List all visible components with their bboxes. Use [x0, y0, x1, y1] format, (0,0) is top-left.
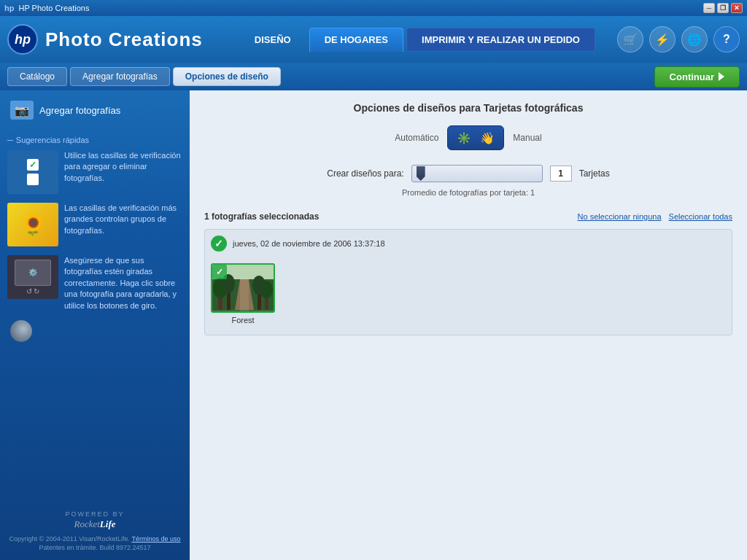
- catalogo-button[interactable]: Catálogo: [7, 67, 67, 86]
- titlebar: hp HP Photo Creations ─ ❐ ✕: [0, 0, 747, 16]
- sidebar-footer: POWERED BY RocketLife Copyright © 2004-2…: [7, 510, 182, 553]
- forest-image: ✓: [212, 265, 275, 313]
- svg-rect-12: [240, 278, 249, 313]
- auto-label: Automático: [395, 133, 438, 143]
- hp-logo: hp: [7, 24, 38, 55]
- add-photos-label: Agregar fotografías: [39, 105, 120, 116]
- tip-text-3: Asegúrese de que sus fotografías estén g…: [64, 255, 182, 311]
- group-date: jueves, 02 de noviembre de 2006 13:37:18: [233, 239, 385, 248]
- tip-item-1: Utilice las casillas de verificación par…: [7, 150, 182, 194]
- auto-icon: ✳️: [454, 129, 474, 147]
- avg-photos-text: Promedio de fotografías por tarjeta: 1: [204, 188, 732, 197]
- checkbox-checked-icon: [27, 159, 39, 171]
- photo-item[interactable]: ✓ Forest: [211, 263, 275, 324]
- moon-icon: [10, 320, 32, 342]
- tab-imprimir[interactable]: IMPRIMIR Y REALIZAR UN PEDIDO: [406, 28, 595, 52]
- continuar-button[interactable]: Continuar: [654, 66, 740, 88]
- tip-thumb-2: 🌻: [7, 203, 58, 246]
- quick-tips-label: ─ Sugerencias rápidas: [7, 136, 182, 144]
- globe-icon-btn[interactable]: 🌐: [681, 26, 708, 52]
- select-all-button[interactable]: Seleccionar todas: [669, 212, 732, 221]
- group-header: ✓ jueves, 02 de noviembre de 2006 13:37:…: [211, 236, 726, 252]
- design-for-label: Crear diseños para:: [327, 168, 403, 179]
- tab-dehogares[interactable]: DE HOGARES: [309, 28, 403, 52]
- checkbox-unchecked-icon: [27, 174, 39, 185]
- logo-area: hp Photo Creations: [7, 24, 203, 55]
- sidebar: 📷 Agregar fotografías ─ Sugerencias rápi…: [0, 90, 190, 560]
- tip-text-2: Las casillas de verificación más grandes…: [64, 203, 182, 246]
- add-photos-button[interactable]: 📷 Agregar fotografías: [7, 98, 182, 122]
- terms-link[interactable]: Términos de uso: [131, 535, 180, 542]
- page-title: Opciones de diseños para Tarjetas fotogr…: [204, 102, 732, 114]
- titlebar-icon: hp: [4, 4, 14, 12]
- help-icon-btn[interactable]: ?: [713, 26, 740, 52]
- tab-diseno[interactable]: DISEÑO: [239, 28, 306, 52]
- quick-tips-section: ─ Sugerencias rápidas Utilice las casill…: [7, 136, 182, 348]
- auto-manual-toggle[interactable]: ✳️ 👋: [447, 125, 504, 150]
- flag-icon: [417, 166, 425, 181]
- design-for-row: Crear diseños para: 1 Tarjetas: [204, 165, 732, 182]
- agregar-fotos-button[interactable]: Agregar fotografías: [70, 67, 170, 86]
- close-button[interactable]: ✕: [731, 3, 743, 13]
- cart-icon-btn[interactable]: 🛒: [617, 26, 643, 52]
- auto-manual-row: Automático ✳️ 👋 Manual: [204, 125, 732, 150]
- copyright-text: Copyright © 2004-2011 Visan/RocketLife. …: [7, 534, 182, 553]
- restore-button[interactable]: ❐: [717, 3, 729, 13]
- group-check-icon[interactable]: ✓: [211, 236, 227, 252]
- nav-tabs: DISEÑO DE HOGARES IMPRIMIR Y REALIZAR UN…: [217, 28, 617, 52]
- manual-label: Manual: [513, 133, 541, 143]
- photos-grid: ✓ Forest: [211, 259, 726, 329]
- photo-thumb: ✓: [211, 263, 275, 313]
- titlebar-title: HP Photo Creations: [18, 4, 89, 12]
- tip-thumb-3: ⚙️ ↺ ↻: [7, 255, 58, 299]
- selection-row: 1 fotografías seleccionadas No seleccion…: [204, 211, 732, 222]
- tip-item-2: 🌻 Las casillas de verificación más grand…: [7, 203, 182, 246]
- lightning-icon-btn[interactable]: ⚡: [649, 26, 676, 52]
- app-title: Photo Creations: [45, 28, 203, 51]
- tip-thumb-1: [7, 150, 58, 194]
- opciones-diseno-button[interactable]: Opciones de diseño: [173, 67, 281, 86]
- minimize-button[interactable]: ─: [703, 3, 715, 13]
- tip-text-1: Utilice las casillas de verificación par…: [64, 150, 182, 194]
- tip-item-3: ⚙️ ↺ ↻ Asegúrese de que sus fotografías …: [7, 255, 182, 311]
- titlebar-controls: ─ ❐ ✕: [703, 3, 743, 13]
- svg-point-10: [252, 276, 266, 295]
- main-layout: 📷 Agregar fotografías ─ Sugerencias rápi…: [0, 90, 747, 560]
- svg-text:✓: ✓: [216, 267, 223, 277]
- design-bar: [411, 165, 543, 182]
- photo-group: ✓ jueves, 02 de noviembre de 2006 13:37:…: [204, 229, 732, 335]
- camera-icon: 📷: [10, 101, 34, 120]
- selection-count: 1 fotografías seleccionadas: [204, 211, 570, 222]
- header: hp Photo Creations DISEÑO DE HOGARES IMP…: [0, 16, 747, 63]
- header-icons: 🛒 ⚡ 🌐 ?: [617, 26, 740, 52]
- tarjetas-label: Tarjetas: [579, 168, 610, 179]
- no-select-button[interactable]: No seleccionar ninguna: [578, 212, 662, 221]
- manual-icon: 👋: [477, 129, 498, 147]
- powered-by-label: POWERED BY: [7, 510, 182, 518]
- photo-name: Forest: [231, 316, 254, 324]
- titlebar-left: hp HP Photo Creations: [4, 4, 89, 12]
- arrow-right-icon: [719, 72, 724, 81]
- subnav: Catálogo Agregar fotografías Opciones de…: [0, 63, 747, 90]
- content-area: Opciones de diseños para Tarjetas fotogr…: [190, 90, 747, 560]
- tarjetas-count[interactable]: 1: [550, 166, 572, 182]
- brand-label: RocketLife: [7, 518, 182, 530]
